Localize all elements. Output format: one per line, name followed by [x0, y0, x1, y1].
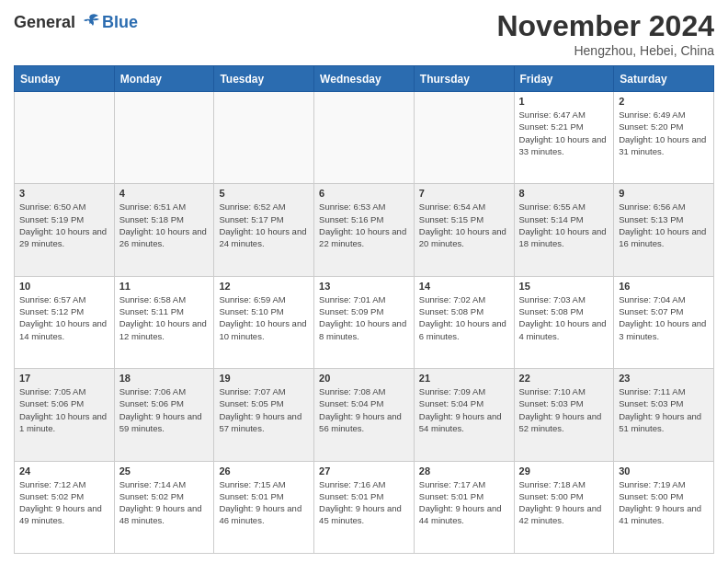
week-row-4: 17Sunrise: 7:05 AM Sunset: 5:06 PM Dayli…: [15, 369, 714, 461]
day-info-19: Sunrise: 7:07 AM Sunset: 5:05 PM Dayligh…: [219, 385, 309, 434]
day-info-6: Sunrise: 6:53 AM Sunset: 5:16 PM Dayligh…: [319, 201, 409, 249]
day-cell-0-6: 2Sunrise: 6:49 AM Sunset: 5:20 PM Daylig…: [614, 92, 714, 184]
day-cell-4-4: 28Sunrise: 7:17 AM Sunset: 5:01 PM Dayli…: [414, 461, 514, 553]
day-cell-3-0: 17Sunrise: 7:05 AM Sunset: 5:06 PM Dayli…: [15, 369, 115, 461]
logo-blue: Blue: [102, 13, 138, 32]
day-number-5: 5: [219, 188, 309, 199]
day-info-22: Sunrise: 7:10 AM Sunset: 5:03 PM Dayligh…: [519, 385, 609, 434]
day-info-12: Sunrise: 6:59 AM Sunset: 5:10 PM Dayligh…: [219, 293, 309, 342]
day-info-8: Sunrise: 6:55 AM Sunset: 5:14 PM Dayligh…: [519, 201, 609, 249]
day-cell-1-0: 3Sunrise: 6:50 AM Sunset: 5:19 PM Daylig…: [15, 184, 115, 276]
header-sunday: Sunday: [15, 66, 115, 92]
page-container: General Blue November 2024 Hengzhou, Heb…: [0, 0, 728, 563]
day-info-20: Sunrise: 7:08 AM Sunset: 5:04 PM Dayligh…: [319, 385, 409, 434]
day-info-11: Sunrise: 6:58 AM Sunset: 5:11 PM Dayligh…: [119, 293, 210, 342]
day-info-30: Sunrise: 7:19 AM Sunset: 5:00 PM Dayligh…: [619, 478, 709, 527]
day-info-1: Sunrise: 6:47 AM Sunset: 5:21 PM Dayligh…: [519, 109, 609, 157]
day-number-3: 3: [19, 188, 109, 199]
day-number-22: 22: [519, 373, 609, 384]
header-monday: Monday: [114, 66, 214, 92]
day-cell-2-6: 16Sunrise: 7:04 AM Sunset: 5:07 PM Dayli…: [614, 276, 714, 368]
header-wednesday: Wednesday: [314, 66, 415, 92]
day-cell-4-0: 24Sunrise: 7:12 AM Sunset: 5:02 PM Dayli…: [15, 461, 115, 553]
logo-bird-icon: [82, 12, 100, 30]
day-number-6: 6: [319, 188, 409, 199]
header-friday: Friday: [514, 66, 614, 92]
day-cell-4-3: 27Sunrise: 7:16 AM Sunset: 5:01 PM Dayli…: [314, 461, 415, 553]
day-number-21: 21: [419, 373, 509, 384]
day-info-10: Sunrise: 6:57 AM Sunset: 5:12 PM Dayligh…: [19, 293, 109, 342]
day-cell-0-5: 1Sunrise: 6:47 AM Sunset: 5:21 PM Daylig…: [514, 92, 614, 184]
day-number-9: 9: [619, 188, 709, 199]
day-number-28: 28: [419, 465, 509, 477]
day-info-7: Sunrise: 6:54 AM Sunset: 5:15 PM Dayligh…: [419, 201, 509, 249]
day-cell-4-1: 25Sunrise: 7:14 AM Sunset: 5:02 PM Dayli…: [114, 461, 214, 553]
day-cell-2-1: 11Sunrise: 6:58 AM Sunset: 5:11 PM Dayli…: [114, 276, 214, 368]
day-cell-2-4: 14Sunrise: 7:02 AM Sunset: 5:08 PM Dayli…: [414, 276, 514, 368]
day-info-25: Sunrise: 7:14 AM Sunset: 5:02 PM Dayligh…: [119, 478, 210, 527]
day-info-16: Sunrise: 7:04 AM Sunset: 5:07 PM Dayligh…: [619, 293, 709, 342]
day-info-18: Sunrise: 7:06 AM Sunset: 5:06 PM Dayligh…: [119, 385, 210, 434]
day-cell-3-4: 21Sunrise: 7:09 AM Sunset: 5:04 PM Dayli…: [414, 369, 514, 461]
day-info-27: Sunrise: 7:16 AM Sunset: 5:01 PM Dayligh…: [319, 478, 409, 527]
day-cell-1-5: 8Sunrise: 6:55 AM Sunset: 5:14 PM Daylig…: [514, 184, 614, 276]
day-number-1: 1: [519, 96, 609, 107]
day-cell-1-3: 6Sunrise: 6:53 AM Sunset: 5:16 PM Daylig…: [314, 184, 415, 276]
day-cell-3-1: 18Sunrise: 7:06 AM Sunset: 5:06 PM Dayli…: [114, 369, 214, 461]
day-number-8: 8: [519, 188, 609, 199]
day-number-15: 15: [519, 281, 609, 292]
day-number-10: 10: [19, 281, 109, 292]
day-cell-3-5: 22Sunrise: 7:10 AM Sunset: 5:03 PM Dayli…: [514, 369, 614, 461]
day-number-4: 4: [119, 188, 210, 199]
day-info-28: Sunrise: 7:17 AM Sunset: 5:01 PM Dayligh…: [419, 478, 509, 527]
day-cell-2-0: 10Sunrise: 6:57 AM Sunset: 5:12 PM Dayli…: [15, 276, 115, 368]
month-title: November 2024: [496, 9, 714, 43]
day-info-9: Sunrise: 6:56 AM Sunset: 5:13 PM Dayligh…: [619, 201, 709, 249]
day-cell-1-4: 7Sunrise: 6:54 AM Sunset: 5:15 PM Daylig…: [414, 184, 514, 276]
week-row-2: 3Sunrise: 6:50 AM Sunset: 5:19 PM Daylig…: [15, 184, 714, 276]
day-cell-0-2: [214, 92, 314, 184]
weekday-header-row: Sunday Monday Tuesday Wednesday Thursday…: [15, 66, 714, 92]
day-cell-2-3: 13Sunrise: 7:01 AM Sunset: 5:09 PM Dayli…: [314, 276, 415, 368]
day-number-19: 19: [219, 373, 309, 384]
day-number-26: 26: [219, 465, 309, 477]
day-cell-0-1: [114, 92, 214, 184]
day-cell-3-2: 19Sunrise: 7:07 AM Sunset: 5:05 PM Dayli…: [214, 369, 314, 461]
logo-general: General: [14, 13, 75, 31]
day-info-13: Sunrise: 7:01 AM Sunset: 5:09 PM Dayligh…: [319, 293, 409, 342]
day-number-16: 16: [619, 281, 709, 292]
week-row-5: 24Sunrise: 7:12 AM Sunset: 5:02 PM Dayli…: [15, 461, 714, 553]
day-cell-4-5: 29Sunrise: 7:18 AM Sunset: 5:00 PM Dayli…: [514, 461, 614, 553]
day-cell-0-0: [15, 92, 115, 184]
logo: General Blue: [14, 13, 138, 32]
header-saturday: Saturday: [614, 66, 714, 92]
title-block: November 2024 Hengzhou, Hebei, China: [496, 9, 714, 58]
day-number-18: 18: [119, 373, 210, 384]
day-info-3: Sunrise: 6:50 AM Sunset: 5:19 PM Dayligh…: [19, 201, 109, 249]
day-number-24: 24: [19, 465, 109, 477]
day-info-15: Sunrise: 7:03 AM Sunset: 5:08 PM Dayligh…: [519, 293, 609, 342]
day-cell-3-3: 20Sunrise: 7:08 AM Sunset: 5:04 PM Dayli…: [314, 369, 415, 461]
location: Hengzhou, Hebei, China: [496, 43, 714, 58]
day-cell-4-6: 30Sunrise: 7:19 AM Sunset: 5:00 PM Dayli…: [614, 461, 714, 553]
day-number-27: 27: [319, 465, 409, 477]
day-info-26: Sunrise: 7:15 AM Sunset: 5:01 PM Dayligh…: [219, 478, 309, 527]
day-cell-4-2: 26Sunrise: 7:15 AM Sunset: 5:01 PM Dayli…: [214, 461, 314, 553]
day-number-14: 14: [419, 281, 509, 292]
header: General Blue November 2024 Hengzhou, Heb…: [14, 9, 714, 58]
day-info-14: Sunrise: 7:02 AM Sunset: 5:08 PM Dayligh…: [419, 293, 509, 342]
day-number-29: 29: [519, 465, 609, 477]
day-info-23: Sunrise: 7:11 AM Sunset: 5:03 PM Dayligh…: [619, 385, 709, 434]
day-number-12: 12: [219, 281, 309, 292]
day-info-2: Sunrise: 6:49 AM Sunset: 5:20 PM Dayligh…: [619, 109, 709, 157]
day-number-2: 2: [619, 96, 709, 107]
day-number-30: 30: [619, 465, 709, 477]
day-info-4: Sunrise: 6:51 AM Sunset: 5:18 PM Dayligh…: [119, 201, 210, 249]
day-cell-1-2: 5Sunrise: 6:52 AM Sunset: 5:17 PM Daylig…: [214, 184, 314, 276]
day-number-17: 17: [19, 373, 109, 384]
day-info-17: Sunrise: 7:05 AM Sunset: 5:06 PM Dayligh…: [19, 385, 109, 434]
day-number-11: 11: [119, 281, 210, 292]
day-number-7: 7: [419, 188, 509, 199]
day-cell-0-4: [414, 92, 514, 184]
header-thursday: Thursday: [414, 66, 514, 92]
